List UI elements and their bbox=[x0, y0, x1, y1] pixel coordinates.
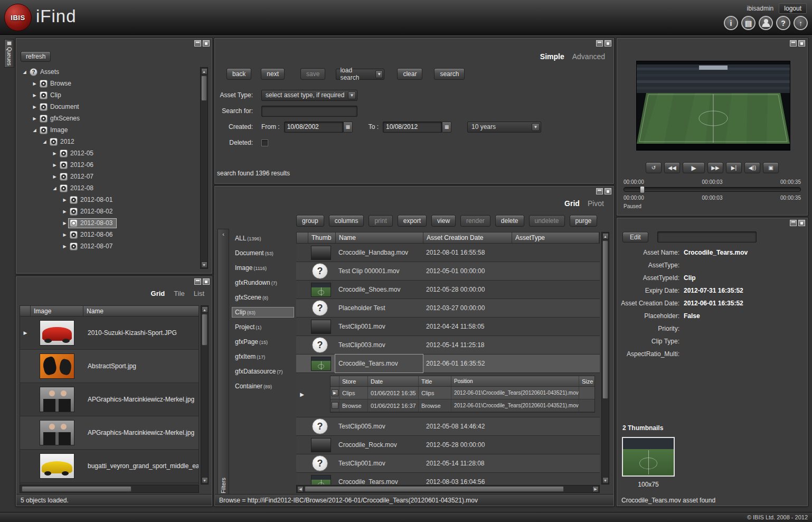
tab-list[interactable]: List bbox=[194, 290, 204, 297]
result-row[interactable]: TestClip001.mov 2012-05-14 11:28:08 bbox=[296, 454, 600, 473]
browse-horizontal-scrollbar[interactable] bbox=[20, 485, 199, 493]
tree-node[interactable]: ◢ Assets bbox=[20, 66, 200, 78]
tree-expander-icon[interactable]: ▶ bbox=[51, 174, 59, 179]
queues-tab[interactable]: Queues bbox=[4, 39, 14, 68]
export-button[interactable]: export bbox=[398, 215, 427, 227]
scroll-down-icon[interactable]: ▼ bbox=[602, 477, 609, 483]
result-row[interactable]: TestClip005.mov 2012-05-08 14:46:42 bbox=[296, 417, 600, 436]
result-row[interactable]: Crocodile_Shoes.mov 2012-05-28 00:00:00 bbox=[296, 281, 600, 299]
tree-node[interactable]: ▶ 2012-05 bbox=[20, 147, 200, 159]
info-icon[interactable]: i bbox=[724, 16, 738, 30]
upload-icon[interactable]: ↑ bbox=[794, 16, 808, 30]
render-button[interactable]: render bbox=[460, 215, 490, 227]
filter-clip[interactable]: Clip(83) bbox=[232, 307, 294, 318]
results-vertical-scrollbar[interactable]: ▲ ▼ bbox=[601, 232, 609, 484]
browse-item-row[interactable]: AbstractSport.jpg bbox=[20, 350, 199, 383]
result-row[interactable]: Crocodile_Tears.mov 2012-06-01 16:35:52 bbox=[296, 355, 600, 373]
tree-expander-icon[interactable]: ▶ bbox=[61, 232, 69, 237]
subtable-col-title[interactable]: Title bbox=[419, 376, 451, 386]
tree-node[interactable]: ▶ gfxScenes bbox=[20, 113, 200, 124]
collapse-panel-icon[interactable] bbox=[194, 278, 201, 285]
pin-panel-icon[interactable] bbox=[605, 188, 611, 194]
seek-slider-handle[interactable] bbox=[640, 186, 645, 193]
tab-advanced[interactable]: Advanced bbox=[572, 52, 605, 61]
scroll-up-icon[interactable]: ▲ bbox=[202, 306, 208, 313]
next-button[interactable]: next bbox=[261, 68, 285, 80]
column-header-thumb[interactable]: Thumb bbox=[308, 232, 336, 243]
user-icon[interactable] bbox=[759, 16, 773, 30]
scroll-up-icon[interactable]: ▲ bbox=[201, 68, 207, 74]
video-viewport[interactable] bbox=[636, 61, 790, 151]
group-button[interactable]: group bbox=[296, 215, 324, 227]
undelete-button[interactable]: undelete bbox=[529, 215, 565, 227]
collapse-panel-icon[interactable] bbox=[194, 40, 201, 46]
tree-expander-icon[interactable]: ▶ bbox=[51, 163, 59, 167]
queue-monitor-icon[interactable]: ▤ bbox=[741, 16, 756, 30]
from-date-input[interactable] bbox=[284, 122, 343, 133]
step-forward-button[interactable]: ▶| bbox=[726, 162, 742, 173]
filter-image[interactable]: Image(1116) bbox=[232, 263, 294, 273]
tree-node[interactable]: ◢ 2012-08 bbox=[20, 182, 200, 194]
tree-node[interactable]: ▶ Browse bbox=[20, 78, 200, 89]
subtable-col-position[interactable]: Position bbox=[451, 376, 579, 386]
tree-expander-icon[interactable]: ▶ bbox=[51, 151, 59, 156]
tree-node[interactable]: ▶ 2012-08-02 bbox=[20, 206, 200, 217]
collapse-panel-icon[interactable] bbox=[790, 40, 797, 46]
pin-panel-icon[interactable] bbox=[203, 40, 210, 46]
rewind-button[interactable]: ◀◀ bbox=[664, 162, 680, 173]
tree-expander-icon[interactable]: ◢ bbox=[41, 139, 49, 144]
store-row[interactable]: Browse 01/06/2012 16:37 Browse 2012-06-0… bbox=[331, 399, 594, 412]
scroll-thumb[interactable] bbox=[22, 486, 131, 492]
print-button[interactable]: print bbox=[369, 215, 392, 227]
tree-expander-icon[interactable]: ▶ bbox=[31, 116, 39, 121]
load-search-select[interactable]: load search ▼ bbox=[336, 69, 384, 80]
scroll-thumb[interactable] bbox=[305, 486, 564, 492]
tree-expander-icon[interactable]: ▶ bbox=[61, 198, 69, 202]
tree-expander-icon[interactable]: ▶ bbox=[61, 221, 69, 226]
collapse-panel-icon[interactable] bbox=[596, 188, 603, 194]
tab-simple[interactable]: Simple bbox=[540, 52, 564, 61]
edit-input[interactable] bbox=[657, 231, 757, 243]
tree-node[interactable]: ◢ Image bbox=[20, 124, 200, 136]
pin-panel-icon[interactable] bbox=[203, 278, 210, 285]
store-row-expander-icon[interactable]: ▶ bbox=[332, 389, 338, 396]
collapse-panel-icon[interactable] bbox=[790, 220, 797, 226]
scroll-down-icon[interactable]: ▼ bbox=[201, 262, 207, 268]
tab-grid[interactable]: Grid bbox=[151, 290, 165, 297]
refresh-button[interactable]: refresh bbox=[21, 51, 51, 62]
date-range-select[interactable]: 10 years ▼ bbox=[467, 122, 541, 133]
filter-gfxitem[interactable]: gfxItem(17) bbox=[232, 351, 294, 362]
filter-project[interactable]: Project(1) bbox=[232, 322, 294, 332]
filter-gfxscene[interactable]: gfxScene(8) bbox=[232, 292, 294, 303]
tree-node[interactable]: ◢ 2012 bbox=[20, 136, 200, 147]
pin-panel-icon[interactable] bbox=[798, 40, 805, 46]
purge-button[interactable]: purge bbox=[570, 215, 598, 227]
pin-panel-icon[interactable] bbox=[605, 40, 611, 46]
tree-expander-icon[interactable]: ▶ bbox=[31, 93, 39, 98]
collapse-filters-icon[interactable]: ‹ bbox=[218, 231, 229, 237]
tree-node[interactable]: ▶ 2012-08-07 bbox=[20, 240, 200, 252]
tree-node[interactable]: ▶ Document bbox=[20, 101, 200, 113]
column-header-name[interactable]: Name bbox=[336, 232, 423, 243]
tab-tile[interactable]: Tile bbox=[174, 290, 184, 297]
tree-scrollbar[interactable]: ▲ ▼ bbox=[200, 67, 208, 269]
loop-button[interactable]: ↺ bbox=[646, 162, 662, 173]
browse-vertical-scrollbar[interactable]: ▲ ▼ bbox=[201, 305, 209, 484]
scroll-thumb[interactable] bbox=[202, 314, 207, 346]
back-button[interactable]: back bbox=[226, 68, 251, 80]
store-row[interactable]: ▶ Clips 01/06/2012 16:35 Clips 2012-06-0… bbox=[331, 387, 594, 399]
tree-expander-icon[interactable]: ◢ bbox=[51, 186, 59, 191]
filter-container[interactable]: Container(89) bbox=[232, 381, 294, 392]
tree-node[interactable]: ▶ 2012-06 bbox=[20, 159, 200, 171]
filter-document[interactable]: Document(53) bbox=[232, 248, 294, 258]
pin-panel-icon[interactable] bbox=[798, 220, 805, 226]
result-row[interactable]: Test Clip 000001.mov 2012-05-01 00:00:00 bbox=[296, 262, 600, 281]
tab-grid[interactable]: Grid bbox=[564, 199, 580, 208]
browse-item-row[interactable]: bugatti_veyron_grand_sport_middle_east..… bbox=[20, 450, 199, 483]
column-header-image[interactable]: Image bbox=[31, 306, 83, 316]
browse-item-row[interactable]: APGraphics-Marcinkiewicz-Merkel.jpg bbox=[20, 416, 199, 450]
calendar-icon[interactable]: ▦ bbox=[343, 122, 353, 133]
subtable-col-date[interactable]: Date bbox=[368, 376, 419, 386]
tree-expander-icon[interactable]: ▶ bbox=[61, 209, 69, 214]
tree-node[interactable]: ▶ 2012-08-06 bbox=[20, 229, 200, 240]
